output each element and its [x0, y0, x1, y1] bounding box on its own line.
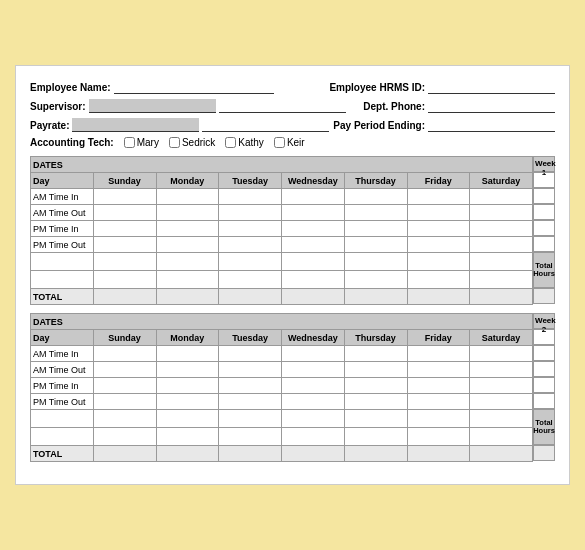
mary-checkbox[interactable]	[124, 137, 135, 148]
checkbox-kathy[interactable]: Kathy	[225, 137, 264, 148]
dept-phone-input[interactable]	[428, 99, 555, 113]
w1-tue-pm-in[interactable]	[219, 221, 282, 237]
week2-total-label: TOTAL	[31, 446, 94, 462]
w1-sun-am-in[interactable]	[93, 189, 156, 205]
week2-col-wednesday: Wednesday	[282, 330, 345, 346]
w1-mon-am-in[interactable]	[156, 189, 219, 205]
w2-tue-am-in[interactable]	[219, 346, 282, 362]
w1-mon-pm-in[interactable]	[156, 221, 219, 237]
w1-wed-pm-out[interactable]	[282, 237, 345, 253]
form-row-2: Supervisor: Dept. Phone:	[30, 99, 555, 113]
w2-sun-am-in[interactable]	[93, 346, 156, 362]
w1-thu-pm-in[interactable]	[344, 221, 407, 237]
w2-tue-am-out[interactable]	[219, 362, 282, 378]
employee-name-label: Employee Name:	[30, 82, 111, 93]
w1-total-mon	[156, 289, 219, 305]
w1-thu-am-out[interactable]	[344, 205, 407, 221]
keir-checkbox[interactable]	[274, 137, 285, 148]
week2-row-am-in: AM Time In	[31, 346, 533, 362]
w2-wed-am-in[interactable]	[282, 346, 345, 362]
week1-row-pm-in: PM Time In	[31, 221, 533, 237]
accounting-tech-row: Accounting Tech: Mary Sedrick Kathy Keir	[30, 137, 555, 148]
w1-extra2-label	[31, 271, 94, 289]
w1-total-sun	[93, 289, 156, 305]
week2-col-monday: Monday	[156, 330, 219, 346]
w1-fri-pm-out[interactable]	[407, 237, 470, 253]
checkbox-keir[interactable]: Keir	[274, 137, 305, 148]
w2-thu-pm-out[interactable]	[344, 394, 407, 410]
dept-phone-label: Dept. Phone:	[363, 101, 425, 112]
week2-right-col: Week 2 TotalHours	[533, 313, 555, 462]
w1-wed-pm-in[interactable]	[282, 221, 345, 237]
w1-total-fri	[407, 289, 470, 305]
w1-sat-am-out[interactable]	[470, 205, 533, 221]
sedrick-checkbox[interactable]	[169, 137, 180, 148]
w1-sun-am-out[interactable]	[93, 205, 156, 221]
w1-wed-am-out[interactable]	[282, 205, 345, 221]
w2-sun-pm-out[interactable]	[93, 394, 156, 410]
supervisor-input[interactable]	[89, 99, 216, 113]
w2-sat-am-in[interactable]	[470, 346, 533, 362]
week2-table: DATES Day Sunday Monday Tuesday Wednesda…	[30, 313, 533, 462]
w2-sat-pm-in[interactable]	[470, 378, 533, 394]
w1-tue-am-in[interactable]	[219, 189, 282, 205]
w2-mon-am-in[interactable]	[156, 346, 219, 362]
pay-period-field: Pay Period Ending:	[333, 118, 555, 132]
w2-fri-pm-in[interactable]	[407, 378, 470, 394]
w1-sun-pm-out[interactable]	[93, 237, 156, 253]
w1-fri-pm-in[interactable]	[407, 221, 470, 237]
w2-sat-am-out[interactable]	[470, 362, 533, 378]
supervisor-name-input[interactable]	[219, 99, 346, 113]
w1-fri-am-in[interactable]	[407, 189, 470, 205]
week1-dates-label: DATES	[31, 157, 533, 173]
w1-sat-am-in[interactable]	[470, 189, 533, 205]
w2-thu-am-in[interactable]	[344, 346, 407, 362]
w2-thu-pm-in[interactable]	[344, 378, 407, 394]
page: Employee Name: Employee HRMS ID: Supervi…	[15, 65, 570, 485]
w2-mon-am-out[interactable]	[156, 362, 219, 378]
week2-row-pm-out: PM Time Out	[31, 394, 533, 410]
hrms-id-input[interactable]	[428, 80, 555, 94]
w2-fri-pm-out[interactable]	[407, 394, 470, 410]
payrate-extra-input[interactable]	[202, 118, 329, 132]
w2-sat-pm-out[interactable]	[470, 394, 533, 410]
w1-fri-am-out[interactable]	[407, 205, 470, 221]
w2-wed-pm-out[interactable]	[282, 394, 345, 410]
week2-col-sunday: Sunday	[93, 330, 156, 346]
week1-col-friday: Friday	[407, 173, 470, 189]
week2-col-friday: Friday	[407, 330, 470, 346]
w1-sat-pm-in[interactable]	[470, 221, 533, 237]
w1-sun-pm-in[interactable]	[93, 221, 156, 237]
employee-name-input[interactable]	[114, 80, 274, 94]
supervisor-label: Supervisor:	[30, 101, 86, 112]
w2-mon-pm-out[interactable]	[156, 394, 219, 410]
week2-dates-label: DATES	[31, 314, 533, 330]
w1-thu-am-in[interactable]	[344, 189, 407, 205]
w2-fri-am-in[interactable]	[407, 346, 470, 362]
w2-mon-pm-in[interactable]	[156, 378, 219, 394]
w2-tue-pm-out[interactable]	[219, 394, 282, 410]
w1-thu-pm-out[interactable]	[344, 237, 407, 253]
w2-sun-pm-in[interactable]	[93, 378, 156, 394]
w2-tue-pm-in[interactable]	[219, 378, 282, 394]
w2-total-tue	[219, 446, 282, 462]
week1-right-col: Week 1 TotalHours	[533, 156, 555, 305]
w1-wed-am-in[interactable]	[282, 189, 345, 205]
w2-fri-am-out[interactable]	[407, 362, 470, 378]
checkbox-mary[interactable]: Mary	[124, 137, 159, 148]
w1-sat-pm-out[interactable]	[470, 237, 533, 253]
w2-sun-am-out[interactable]	[93, 362, 156, 378]
pay-period-input[interactable]	[428, 118, 555, 132]
w2-thu-am-out[interactable]	[344, 362, 407, 378]
week2-row-pm-in: PM Time In	[31, 378, 533, 394]
w2-wed-pm-in[interactable]	[282, 378, 345, 394]
payrate-input[interactable]	[72, 118, 199, 132]
w1-mon-am-out[interactable]	[156, 205, 219, 221]
w1-tue-am-out[interactable]	[219, 205, 282, 221]
w2-wed-am-out[interactable]	[282, 362, 345, 378]
w1-mon-pm-out[interactable]	[156, 237, 219, 253]
checkbox-sedrick[interactable]: Sedrick	[169, 137, 215, 148]
week1-label: Week 1	[533, 156, 555, 172]
w1-tue-pm-out[interactable]	[219, 237, 282, 253]
kathy-checkbox[interactable]	[225, 137, 236, 148]
